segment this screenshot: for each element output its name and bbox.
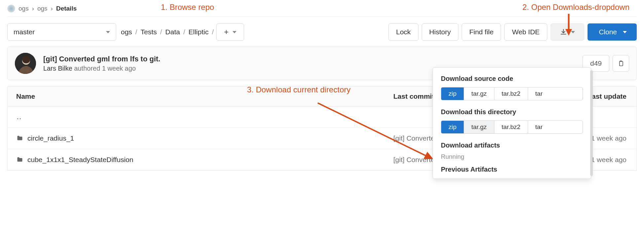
history-button[interactable]: History — [422, 23, 458, 41]
folder-icon — [16, 135, 23, 142]
chevron-down-icon — [233, 31, 236, 33]
download-directory-formats: zip tar.gz tar.bz2 tar — [441, 120, 583, 134]
breadcrumb-item[interactable]: ogs — [37, 5, 48, 12]
repo-toolbar: master ogs / Tests / Data / Elliptic / +… — [7, 17, 637, 47]
path-segment[interactable]: Tests — [141, 28, 157, 36]
chevron-right-icon: › — [51, 5, 53, 12]
slash-icon: / — [212, 28, 214, 36]
find-file-button[interactable]: Find file — [462, 23, 501, 41]
chevron-down-icon — [106, 31, 110, 33]
web-ide-button[interactable]: Web IDE — [504, 23, 547, 41]
download-dir-targz[interactable]: tar.gz — [464, 121, 494, 133]
parent-dir-link[interactable]: .. — [16, 113, 22, 121]
commit-byline: Lars Bilke authored 1 week ago — [43, 65, 160, 72]
path-breadcrumb: ogs / Tests / Data / Elliptic / — [119, 28, 214, 36]
clone-button[interactable]: Clone — [588, 23, 637, 41]
dropdown-section-title: Download source code — [441, 75, 583, 83]
dropdown-section-title: Previous Artifacts — [441, 166, 583, 171]
commit-message[interactable]: [git] Converted gml from lfs to git. — [43, 55, 160, 63]
artifacts-running-label: Running — [441, 153, 583, 160]
breadcrumb-item[interactable]: ogs — [18, 5, 29, 12]
download-tarbz2[interactable]: tar.bz2 — [494, 87, 528, 100]
file-name[interactable]: circle_radius_1 — [27, 134, 74, 142]
download-dir-tarbz2[interactable]: tar.bz2 — [494, 121, 528, 133]
download-dir-tar[interactable]: tar — [528, 121, 550, 133]
dropdown-section-title: Download artifacts — [441, 142, 583, 149]
add-file-button[interactable]: + — [216, 23, 244, 41]
download-dropdown: Download source code zip tar.gz tar.bz2 … — [433, 67, 591, 171]
download-zip[interactable]: zip — [441, 87, 464, 100]
download-targz[interactable]: tar.gz — [464, 87, 494, 100]
col-name: Name — [16, 92, 393, 100]
clipboard-icon — [618, 60, 624, 67]
clone-label: Clone — [599, 28, 617, 36]
plus-icon: + — [224, 27, 229, 37]
download-dropdown-button[interactable] — [551, 23, 584, 41]
commit-verb: authored — [74, 65, 100, 72]
path-segment[interactable]: ogs — [121, 28, 132, 36]
svg-rect-2 — [620, 61, 623, 66]
branch-name: master — [14, 28, 35, 36]
author-avatar-icon — [15, 53, 36, 74]
dropdown-section-title: Download this directory — [441, 108, 583, 116]
breadcrumb-item-current: Details — [56, 5, 77, 12]
chevron-down-icon — [571, 31, 575, 33]
annotation-text: 2. Open Downloads-dropdown — [522, 3, 629, 12]
slash-icon: / — [160, 28, 162, 36]
file-name[interactable]: cube_1x1x1_SteadyStateDiffusion — [27, 156, 133, 164]
download-dir-zip[interactable]: zip — [441, 121, 464, 133]
annotation-text: 1. Browse repo — [161, 3, 214, 12]
lock-button[interactable]: Lock — [388, 23, 418, 41]
download-tar[interactable]: tar — [528, 87, 550, 100]
commit-time: 1 week ago — [102, 65, 136, 72]
slash-icon: / — [135, 28, 137, 36]
project-avatar-icon — [7, 5, 15, 13]
download-icon — [560, 28, 567, 36]
chevron-down-icon — [623, 31, 627, 33]
path-segment[interactable]: Elliptic — [189, 28, 209, 36]
copy-sha-button[interactable] — [613, 55, 629, 72]
slash-icon: / — [183, 28, 185, 36]
folder-icon — [16, 156, 23, 163]
download-source-formats: zip tar.gz tar.bz2 tar — [441, 87, 583, 100]
project-breadcrumb: ogs › ogs › Details 1. Browse repo 2. Op… — [7, 3, 637, 17]
commit-author[interactable]: Lars Bilke — [43, 65, 72, 72]
path-segment[interactable]: Data — [165, 28, 180, 36]
branch-selector[interactable]: master — [7, 23, 116, 41]
chevron-right-icon: › — [32, 5, 34, 12]
